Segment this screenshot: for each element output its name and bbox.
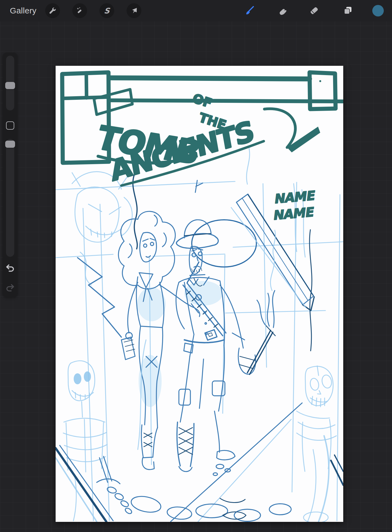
selection-s-icon: S xyxy=(104,6,110,15)
sketch-ground xyxy=(56,403,343,522)
smudge-finger-icon xyxy=(277,5,288,16)
brush-opacity-slider[interactable] xyxy=(6,139,14,257)
drawing-canvas[interactable]: TOMB OF THE ANCIENTS NAME NAME xyxy=(56,66,343,522)
selection-button[interactable]: S xyxy=(99,3,114,18)
paint-tool-button[interactable] xyxy=(242,3,257,18)
sketch-perspective-guides xyxy=(56,181,343,521)
top-toolbar: Gallery S xyxy=(0,0,392,21)
credit-name-1: NAME xyxy=(274,188,316,206)
redo-icon xyxy=(5,283,15,293)
sketch-woman xyxy=(78,211,200,470)
eraser-icon xyxy=(309,5,320,16)
layers-button[interactable] xyxy=(341,3,355,18)
procreate-window: Gallery S xyxy=(0,0,392,532)
modify-button[interactable] xyxy=(6,121,14,130)
erase-tool-button[interactable] xyxy=(307,3,322,18)
adjustments-button[interactable] xyxy=(72,3,87,18)
sketch-skeleton-left xyxy=(63,361,107,521)
credit-name-2: NAME xyxy=(273,204,315,223)
artwork: TOMB OF THE ANCIENTS NAME NAME xyxy=(56,66,343,522)
transform-arrow-icon xyxy=(130,7,138,15)
undo-icon xyxy=(5,263,15,273)
active-color-button[interactable] xyxy=(371,3,385,18)
wrench-icon xyxy=(48,7,57,15)
smudge-tool-button[interactable] xyxy=(275,3,290,18)
brush-sidebar xyxy=(3,53,18,297)
sketch-falling-beam xyxy=(231,148,314,311)
color-swatch-icon xyxy=(372,5,384,17)
sketch-man xyxy=(176,220,276,472)
title-of: OF xyxy=(191,91,214,111)
ink-title-lettering: TOMB OF THE ANCIENTS NAME NAME xyxy=(92,91,320,223)
redo-button[interactable] xyxy=(5,283,15,293)
transform-button[interactable] xyxy=(127,3,141,18)
actions-button[interactable] xyxy=(45,3,60,18)
undo-button[interactable] xyxy=(5,263,15,273)
brush-opacity-handle[interactable] xyxy=(5,141,15,148)
sketch-skeleton-right xyxy=(297,366,336,471)
layers-icon xyxy=(342,5,353,16)
brush-size-handle[interactable] xyxy=(5,82,15,89)
gallery-button[interactable]: Gallery xyxy=(10,0,36,21)
magic-wand-icon xyxy=(76,7,84,15)
brush-size-slider[interactable] xyxy=(6,56,14,110)
paint-brush-icon xyxy=(244,5,255,16)
